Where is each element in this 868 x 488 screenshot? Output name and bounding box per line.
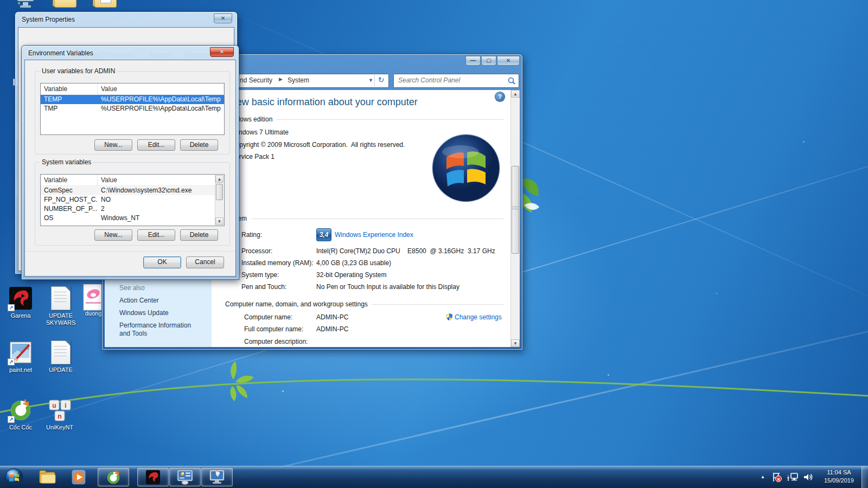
column-header-variable[interactable]: Variable	[41, 175, 98, 185]
maximize-button[interactable]: ▢	[481, 56, 496, 66]
system-new-button[interactable]: New...	[94, 229, 132, 241]
user-new-button[interactable]: New...	[94, 139, 132, 151]
system-variables-group-label: System variables	[40, 158, 93, 166]
vertical-scrollbar[interactable]: ▲ ▼	[510, 90, 520, 347]
shortcut-arrow-icon: ↗	[8, 416, 15, 423]
desktop-icon-folder-top-1[interactable]	[48, 0, 80, 13]
taskbar-explorer-button[interactable]	[36, 468, 60, 486]
hidden-icons-icon[interactable]: ▲	[761, 474, 765, 479]
network-icon[interactable]	[787, 472, 799, 483]
sidebar-see-also-header: See also	[119, 284, 145, 292]
user-edit-button[interactable]: Edit...	[137, 139, 175, 151]
search-box[interactable]	[393, 74, 519, 88]
rating-label: Rating:	[241, 231, 262, 239]
ok-button[interactable]: OK	[143, 256, 181, 268]
taskbar-media-player-button[interactable]	[67, 468, 91, 486]
cancel-button[interactable]: Cancel	[186, 256, 224, 268]
scroll-up-icon[interactable]: ▲	[215, 175, 224, 183]
system-variable-row[interactable]: ComSpec C:\Windows\system32\cmd.exe	[41, 186, 216, 195]
breadcrumb-dropdown-icon[interactable]: ▼	[368, 78, 373, 83]
computer-name-value: ADMIN-PC	[316, 313, 348, 321]
system-type-label: System type:	[241, 271, 279, 279]
taskbar-garena-button[interactable]	[137, 468, 169, 486]
search-input[interactable]	[397, 76, 508, 85]
show-desktop-button[interactable]	[861, 466, 868, 488]
breadcrumb-current[interactable]: System	[288, 76, 309, 84]
environment-variables-dialog: Environment Variables ✕ User variables f…	[22, 46, 239, 279]
shortcut-arrow-icon: ↗	[8, 304, 15, 311]
desktop-icon-update[interactable]: UPDATE	[40, 341, 81, 374]
minimize-button[interactable]: —	[465, 56, 481, 66]
user-variables-group-label: User variables for ADMIN	[40, 67, 117, 75]
wei-link[interactable]: Windows Experience Index	[335, 231, 413, 239]
system-variable-row[interactable]: FP_NO_HOST_C... NO	[41, 195, 216, 204]
memory-label: Installed memory (RAM):	[241, 259, 314, 267]
taskbar-system-button[interactable]	[201, 468, 233, 486]
scroll-up-icon[interactable]: ▲	[511, 90, 520, 98]
computer-name-section-header: Computer name, domain, and workgroup set…	[225, 300, 372, 308]
desktop-icon-label: Garena	[0, 312, 41, 319]
svg-text:i: i	[65, 402, 66, 409]
edition-name: Windows 7 Ultimate	[231, 129, 289, 136]
desktop-icon-unikey[interactable]: uin UniKeyNT	[39, 398, 80, 431]
breadcrumb-separator-icon: ▶	[279, 76, 283, 82]
memory-value: 4,00 GB (3,23 GB usable)	[316, 259, 391, 267]
desktop-icon-label: UniKeyNT	[39, 424, 80, 431]
desktop-icon-garena[interactable]: ↗ Garena	[0, 286, 41, 319]
change-settings-link[interactable]: Change settings	[455, 313, 502, 321]
close-button[interactable]: ✕	[497, 56, 520, 66]
system-delete-button[interactable]: Delete	[180, 229, 218, 241]
close-button[interactable]: ✕	[214, 14, 232, 23]
scrollbar-thumb[interactable]	[512, 166, 519, 254]
close-button[interactable]: ✕	[210, 47, 234, 57]
system-edit-button[interactable]: Edit...	[137, 229, 175, 241]
user-variable-row[interactable]: TMP %USERPROFILE%\AppData\Local\Temp	[41, 104, 224, 113]
desktop-icon-label: paint.net	[0, 367, 41, 374]
column-header-variable[interactable]: Variable	[41, 84, 98, 94]
scroll-down-icon[interactable]: ▼	[511, 339, 520, 347]
environment-variables-body: User variables for ADMIN Variable Value …	[24, 60, 236, 277]
breadcrumb-fragment[interactable]: nd Security	[240, 76, 272, 84]
system-properties-title: System Properties	[22, 16, 75, 23]
shortcut-arrow-icon: ↗	[8, 358, 15, 365]
desktop-icon-folder-top-2[interactable]	[88, 0, 120, 13]
environment-variables-titlebar[interactable]: Environment Variables ✕	[22, 46, 239, 61]
desktop-icon-coccoc[interactable]: ↗ Cốc Cốc	[0, 398, 41, 431]
processor-label: Processor:	[241, 247, 272, 255]
computer-name-label: Computer name:	[244, 313, 292, 321]
full-computer-name-value: ADMIN-PC	[316, 325, 348, 333]
action-center-icon[interactable]: ✕	[771, 472, 782, 483]
sidebar-item-windows-update[interactable]: Windows Update	[119, 309, 203, 317]
taskbar-clock[interactable]: 11:04 SA 15/09/2019	[824, 468, 854, 485]
search-icon[interactable]	[508, 77, 515, 85]
scrollbar-thumb[interactable]	[216, 184, 223, 200]
start-button[interactable]	[1, 468, 27, 486]
volume-icon[interactable]	[803, 472, 814, 483]
uac-shield-icon	[445, 313, 453, 321]
user-delete-button[interactable]: Delete	[180, 139, 218, 151]
svg-text:n: n	[58, 413, 61, 420]
sidebar-item-performance-info[interactable]: Performance Information and Tools	[119, 322, 203, 338]
wallpaper-vine	[0, 336, 868, 445]
scroll-down-icon[interactable]: ▼	[215, 217, 224, 225]
system-variable-row[interactable]: NUMBER_OF_P... 2	[41, 204, 216, 214]
help-icon[interactable]: ?	[495, 92, 505, 101]
user-variable-row[interactable]: TEMP %USERPROFILE%\AppData\Local\Temp	[41, 95, 224, 104]
desktop-icon-paintnet[interactable]: ↗ paint.net	[0, 341, 41, 374]
system-properties-titlebar[interactable]: System Properties ✕	[15, 12, 237, 27]
system-variables-list[interactable]: Variable Value ComSpec C:\Windows\system…	[40, 174, 225, 226]
column-header-value[interactable]: Value	[98, 84, 224, 94]
system-variable-row[interactable]: OS Windows_NT	[41, 214, 216, 223]
page-title: View basic information about your comput…	[228, 97, 418, 108]
user-variables-list[interactable]: Variable Value TEMP %USERPROFILE%\AppDat…	[40, 83, 225, 135]
sidebar-item-action-center[interactable]: Action Center	[119, 297, 203, 305]
desktop-icon-label: Cốc Cốc	[0, 424, 41, 431]
taskbar-coccoc-button[interactable]	[98, 468, 129, 486]
taskbar-control-panel-button[interactable]	[169, 468, 201, 486]
pen-touch-value: No Pen or Touch Input is available for t…	[316, 283, 459, 291]
taskbar: ▲ ✕ 11:04 SA 15/09/2019	[0, 466, 868, 488]
system-variables-scrollbar[interactable]: ▲ ▼	[215, 175, 224, 225]
refresh-icon[interactable]: ↻	[374, 75, 387, 86]
column-header-value[interactable]: Value	[98, 175, 216, 185]
clock-date: 15/09/2019	[824, 477, 854, 485]
